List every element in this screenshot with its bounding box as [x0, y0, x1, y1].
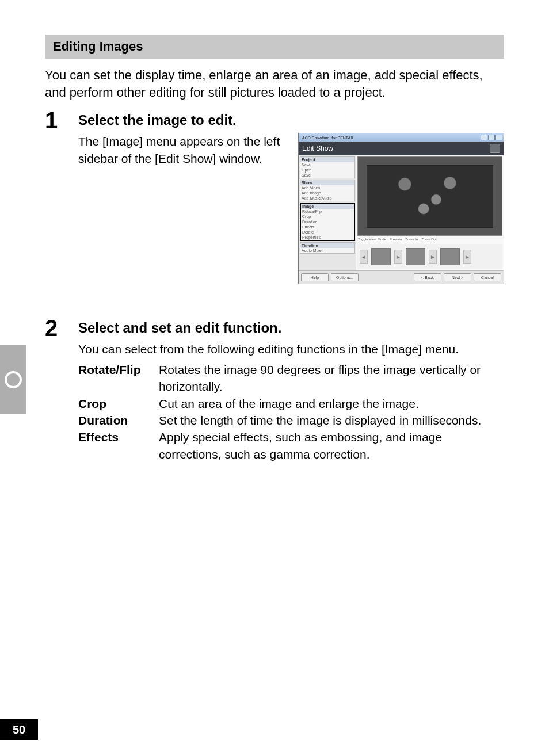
sidebar-group-image-label: Image: [301, 204, 354, 209]
def-desc: Cut an area of the image and enlarge the…: [159, 395, 504, 412]
preview-image: [367, 165, 493, 228]
window-close-icon[interactable]: [495, 135, 502, 140]
step-1-number: 1: [45, 109, 78, 132]
preview-button[interactable]: Preview: [390, 238, 402, 241]
preview-area: [357, 156, 502, 236]
def-term: Crop: [78, 395, 159, 412]
sidebar-group-show: Show Add Video Add Image Add Music/Audio: [300, 180, 355, 201]
thumbnail-strip: ◄ ► ► ►: [357, 244, 502, 269]
def-term: Duration: [78, 412, 159, 429]
thumbnail[interactable]: [371, 248, 391, 265]
sidebar: Project New Open Save Show Add Video Add…: [299, 155, 356, 270]
shot-footer: Help Options... < Back Next > Cancel: [299, 270, 504, 284]
toggle-view-mode[interactable]: Toggle View Mode: [358, 238, 386, 241]
thumb-next-icon[interactable]: ►: [463, 250, 471, 264]
thumbnail[interactable]: [440, 248, 460, 265]
sidebar-item-new[interactable]: New: [300, 162, 354, 167]
def-rotateflip: Rotate/Flip Rotates the image 90 degrees…: [78, 361, 504, 395]
def-term: Effects: [78, 429, 159, 463]
thumb-next-icon[interactable]: ►: [394, 250, 402, 264]
def-desc: Rotates the image 90 degrees or flips th…: [159, 361, 504, 395]
sidebar-group-project: Project New Open Save: [300, 156, 355, 178]
step-2: 2 Select and set an edit function. You c…: [45, 316, 504, 463]
sidebar-item-save[interactable]: Save: [300, 173, 354, 178]
sidebar-group-timeline: Timeline Audio Mixer: [300, 242, 355, 254]
window-titlebar: ACD Showtime! for PENTAX: [299, 133, 504, 142]
def-term: Rotate/Flip: [78, 361, 159, 395]
zoom-in[interactable]: Zoom In: [405, 238, 418, 241]
sidebar-item-effects[interactable]: Effects: [301, 224, 354, 230]
sidebar-item-open[interactable]: Open: [300, 167, 354, 173]
spine-circle-icon: [5, 371, 22, 388]
sidebar-group-image: Image Rotate/Flip Crop Duration Effects …: [300, 203, 355, 241]
step-2-number: 2: [45, 316, 78, 339]
edit-show-header: Edit Show: [299, 142, 504, 155]
sidebar-item-addmusic[interactable]: Add Music/Audio: [300, 196, 354, 201]
edit-show-title: Edit Show: [302, 144, 333, 152]
step-1-desc: The [Image] menu appears on the left sid…: [78, 133, 288, 167]
thumbnail[interactable]: [406, 248, 425, 265]
sidebar-item-audiomixer[interactable]: Audio Mixer: [300, 248, 354, 253]
sidebar-item-delete[interactable]: Delete: [301, 230, 354, 235]
back-button[interactable]: < Back: [414, 273, 441, 281]
shot-main: Toggle View Mode Preview Zoom In Zoom Ou…: [356, 155, 504, 270]
output-icon[interactable]: [490, 144, 500, 153]
step-2-desc: You can select from the following editin…: [78, 341, 504, 357]
def-crop: Crop Cut an area of the image and enlarg…: [78, 395, 504, 412]
thumb-next-icon[interactable]: ►: [429, 250, 437, 264]
def-desc: Set the length of time the image is disp…: [159, 412, 504, 429]
sidebar-group-project-label: Project: [300, 157, 354, 162]
sidebar-item-properties[interactable]: Properties: [301, 235, 354, 240]
zoom-out[interactable]: Zoom Out: [421, 238, 437, 241]
definitions-list: Rotate/Flip Rotates the image 90 degrees…: [78, 361, 504, 463]
page: Editing Images You can set the display t…: [0, 0, 549, 756]
sidebar-item-rotateflip[interactable]: Rotate/Flip: [301, 209, 354, 214]
window-min-icon[interactable]: [481, 135, 487, 140]
spine-tab: [0, 345, 26, 414]
step-1: 1 Select the image to edit. The [Image] …: [45, 109, 504, 284]
step-2-title: Select and set an edit function.: [78, 320, 504, 336]
edit-show-screenshot: ACD Showtime! for PENTAX Edit Show Proje…: [298, 133, 504, 284]
def-duration: Duration Set the length of time the imag…: [78, 412, 504, 429]
section-header: Editing Images: [45, 35, 504, 59]
cancel-button[interactable]: Cancel: [474, 273, 501, 281]
sidebar-group-timeline-label: Timeline: [300, 243, 354, 248]
preview-toolbar: Toggle View Mode Preview Zoom In Zoom Ou…: [356, 236, 504, 243]
help-button[interactable]: Help: [301, 273, 329, 281]
thumb-prev-icon[interactable]: ◄: [360, 250, 368, 264]
sidebar-group-show-label: Show: [300, 180, 354, 185]
window-title: ACD Showtime! for PENTAX: [300, 136, 480, 140]
sidebar-item-addimage[interactable]: Add Image: [300, 190, 354, 196]
sidebar-item-addvideo[interactable]: Add Video: [300, 185, 354, 190]
page-number: 50: [0, 719, 38, 740]
step-1-title: Select the image to edit.: [78, 112, 504, 128]
next-button[interactable]: Next >: [444, 273, 471, 281]
intro-text: You can set the display time, enlarge an…: [45, 67, 504, 101]
sidebar-item-duration[interactable]: Duration: [301, 219, 354, 224]
window-max-icon[interactable]: [488, 135, 495, 140]
sidebar-item-crop[interactable]: Crop: [301, 214, 354, 219]
def-desc: Apply special effects, such as embossing…: [159, 429, 504, 463]
options-button[interactable]: Options...: [331, 273, 359, 281]
def-effects: Effects Apply special effects, such as e…: [78, 429, 504, 463]
